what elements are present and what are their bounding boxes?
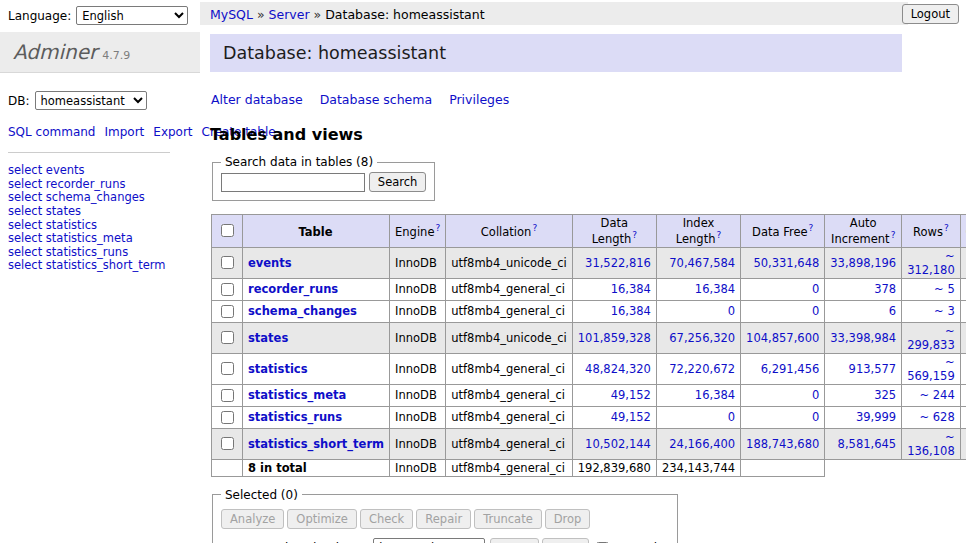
rows-count-link[interactable]: ~ 628 — [919, 410, 954, 424]
sidebar-action-link[interactable]: Import — [104, 125, 144, 139]
data-free-link[interactable]: 0 — [812, 304, 819, 318]
sidebar-table-link[interactable]: statistics_meta — [46, 231, 133, 245]
check-all-checkbox[interactable] — [221, 224, 234, 237]
search-input[interactable] — [221, 173, 365, 192]
row-checkbox[interactable] — [221, 283, 234, 296]
db-select[interactable]: homeassistant — [35, 91, 147, 110]
sidebar-select-link[interactable]: select — [8, 163, 42, 177]
column-doc-link[interactable]: ? — [435, 223, 440, 233]
index-length-link[interactable]: 16,384 — [695, 388, 735, 402]
sidebar-action-link[interactable]: Export — [153, 125, 192, 139]
sidebar-select-link[interactable]: select — [8, 231, 42, 245]
bulk-action-button[interactable]: Repair — [416, 509, 471, 529]
rows-count-link[interactable]: ~ 312,180 — [907, 249, 955, 277]
sidebar-table-link[interactable]: statistics_runs — [46, 245, 128, 259]
sidebar-table-link[interactable]: statistics — [46, 218, 97, 232]
logout-button[interactable]: Logout — [902, 4, 959, 24]
move-button[interactable]: Move — [490, 538, 539, 543]
database-nav-link[interactable]: Database schema — [320, 92, 432, 107]
breadcrumb-link-mysql[interactable]: MySQL — [210, 7, 253, 22]
sidebar-table-link[interactable]: recorder_runs — [46, 177, 126, 191]
rows-count-link[interactable]: ~ 136,108 — [907, 430, 955, 458]
table-name-link[interactable]: statistics_meta — [248, 388, 346, 402]
language-select[interactable]: English — [76, 6, 188, 25]
table-name-link[interactable]: recorder_runs — [248, 282, 338, 296]
table-name-link[interactable]: states — [248, 331, 288, 345]
bulk-action-button[interactable]: Truncate — [474, 509, 542, 529]
auto-increment-link[interactable]: 325 — [874, 388, 896, 402]
auto-increment-link[interactable]: 39,999 — [856, 410, 896, 424]
row-checkbox[interactable] — [221, 437, 234, 450]
data-free-link[interactable]: 0 — [812, 410, 819, 424]
data-length-link[interactable]: 16,384 — [611, 282, 651, 296]
index-length-link[interactable]: 70,467,584 — [669, 256, 735, 270]
rows-count-link[interactable]: ~ 569,159 — [907, 355, 955, 383]
data-length-link[interactable]: 49,152 — [611, 388, 651, 402]
sidebar-select-link[interactable]: select — [8, 177, 42, 191]
move-db-select[interactable]: homeassistant — [373, 538, 485, 543]
table-name-link[interactable]: statistics_short_term — [248, 437, 384, 451]
rows-count-link[interactable]: ~ 244 — [919, 388, 954, 402]
table-name-link[interactable]: statistics — [248, 362, 308, 376]
index-length-link[interactable]: 0 — [728, 410, 735, 424]
rows-count-link[interactable]: ~ 5 — [934, 282, 955, 296]
column-doc-link[interactable]: ? — [809, 223, 814, 233]
data-free-link[interactable]: 6,291,456 — [761, 362, 820, 376]
data-free-link[interactable]: 50,331,648 — [753, 256, 819, 270]
row-checkbox[interactable] — [221, 305, 234, 318]
database-nav-link[interactable]: Alter database — [211, 92, 303, 107]
auto-increment-link[interactable]: 33,398,984 — [830, 331, 896, 345]
sidebar-table-link[interactable]: statistics_short_term — [46, 258, 166, 272]
bulk-action-button[interactable]: Check — [360, 509, 413, 529]
data-length-link[interactable]: 49,152 — [611, 410, 651, 424]
data-free-link[interactable]: 188,743,680 — [746, 437, 819, 451]
rows-count-link[interactable]: ~ 299,833 — [907, 324, 955, 352]
data-length-link[interactable]: 10,502,144 — [585, 437, 651, 451]
data-length-link[interactable]: 48,824,320 — [585, 362, 651, 376]
row-checkbox[interactable] — [221, 389, 234, 402]
column-doc-link[interactable]: ? — [532, 223, 537, 233]
row-checkbox[interactable] — [221, 362, 234, 375]
bulk-action-button[interactable]: Optimize — [287, 509, 357, 529]
index-length-link[interactable]: 16,384 — [695, 282, 735, 296]
auto-increment-link[interactable]: 6 — [889, 304, 896, 318]
row-checkbox[interactable] — [221, 331, 234, 344]
table-name-link[interactable]: schema_changes — [248, 304, 357, 318]
bulk-action-button[interactable]: Drop — [545, 509, 591, 529]
column-doc-link[interactable]: ? — [891, 230, 896, 240]
copy-button[interactable]: Copy — [542, 538, 589, 543]
index-length-link[interactable]: 0 — [728, 304, 735, 318]
table-name-link[interactable]: statistics_runs — [248, 410, 342, 424]
row-checkbox[interactable] — [221, 411, 234, 424]
database-nav-link[interactable]: Privileges — [449, 92, 509, 107]
data-length-link[interactable]: 101,859,328 — [578, 331, 651, 345]
data-free-link[interactable]: 0 — [812, 282, 819, 296]
column-doc-link[interactable]: ? — [716, 230, 721, 240]
auto-increment-link[interactable]: 33,898,196 — [830, 256, 896, 270]
auto-increment-link[interactable]: 913,577 — [849, 362, 897, 376]
sidebar-select-link[interactable]: select — [8, 218, 42, 232]
sidebar-select-link[interactable]: select — [8, 258, 42, 272]
index-length-link[interactable]: 67,256,320 — [669, 331, 735, 345]
index-length-link[interactable]: 24,166,400 — [669, 437, 735, 451]
index-length-link[interactable]: 72,220,672 — [669, 362, 735, 376]
data-free-link[interactable]: 104,857,600 — [746, 331, 819, 345]
column-doc-link[interactable]: ? — [632, 230, 637, 240]
search-button[interactable]: Search — [369, 172, 427, 192]
data-free-link[interactable]: 0 — [812, 388, 819, 402]
sidebar-table-link[interactable]: events — [46, 163, 85, 177]
table-name-link[interactable]: events — [248, 256, 292, 270]
sidebar-table-link[interactable]: states — [46, 204, 81, 218]
sidebar-action-link[interactable]: SQL command — [8, 125, 95, 139]
breadcrumb-link-server[interactable]: Server — [269, 7, 310, 22]
rows-count-link[interactable]: ~ 3 — [934, 304, 955, 318]
sidebar-select-link[interactable]: select — [8, 204, 42, 218]
auto-increment-link[interactable]: 8,581,645 — [838, 437, 897, 451]
sidebar-select-link[interactable]: select — [8, 245, 42, 259]
column-doc-link[interactable]: ? — [944, 223, 949, 233]
bulk-action-button[interactable]: Analyze — [221, 509, 284, 529]
row-checkbox[interactable] — [221, 256, 234, 269]
sidebar-table-link[interactable]: schema_changes — [46, 190, 145, 204]
data-length-link[interactable]: 16,384 — [611, 304, 651, 318]
auto-increment-link[interactable]: 378 — [874, 282, 896, 296]
